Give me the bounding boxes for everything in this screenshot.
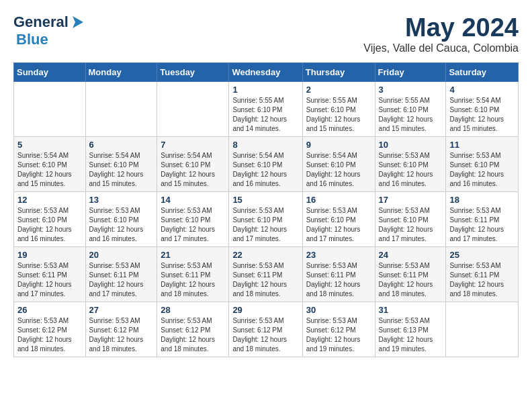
calendar-cell: 8Sunrise: 5:54 AMSunset: 6:10 PMDaylight… [229,137,302,192]
calendar-cell: 29Sunrise: 5:53 AMSunset: 6:12 PMDayligh… [229,302,302,357]
cell-info: Sunrise: 5:53 AMSunset: 6:11 PMDaylight:… [379,261,443,299]
calendar-cell: 6Sunrise: 5:54 AMSunset: 6:10 PMDaylight… [85,137,157,192]
calendar-cell: 2Sunrise: 5:55 AMSunset: 6:10 PMDaylight… [302,82,375,137]
cell-info: Sunrise: 5:53 AMSunset: 6:11 PMDaylight:… [306,261,371,299]
cell-info: Sunrise: 5:53 AMSunset: 6:10 PMDaylight:… [379,206,443,244]
cell-info: Sunrise: 5:53 AMSunset: 6:12 PMDaylight:… [232,316,298,354]
cell-info: Sunrise: 5:55 AMSunset: 6:10 PMDaylight:… [379,96,443,134]
cell-info: Sunrise: 5:53 AMSunset: 6:11 PMDaylight:… [17,261,82,299]
day-number: 16 [306,195,371,205]
calendar-cell [446,302,519,357]
day-number: 28 [161,305,225,315]
calendar-cell: 13Sunrise: 5:53 AMSunset: 6:10 PMDayligh… [85,192,157,247]
svg-marker-0 [73,16,83,28]
day-number: 30 [306,305,371,315]
logo-arrow-icon [69,15,86,30]
weekday-header-monday: Monday [85,63,157,82]
calendar-cell: 26Sunrise: 5:53 AMSunset: 6:12 PMDayligh… [14,302,86,357]
cell-info: Sunrise: 5:53 AMSunset: 6:13 PMDaylight:… [379,316,443,354]
cell-info: Sunrise: 5:53 AMSunset: 6:10 PMDaylight:… [89,206,154,244]
calendar-cell: 19Sunrise: 5:53 AMSunset: 6:11 PMDayligh… [14,247,86,302]
calendar-cell: 15Sunrise: 5:53 AMSunset: 6:10 PMDayligh… [229,192,302,247]
calendar-cell: 17Sunrise: 5:53 AMSunset: 6:10 PMDayligh… [375,192,446,247]
cell-info: Sunrise: 5:53 AMSunset: 6:12 PMDaylight:… [89,316,154,354]
cell-info: Sunrise: 5:54 AMSunset: 6:10 PMDaylight:… [89,151,154,189]
calendar-cell: 28Sunrise: 5:53 AMSunset: 6:12 PMDayligh… [157,302,229,357]
cell-info: Sunrise: 5:54 AMSunset: 6:10 PMDaylight:… [232,151,298,189]
calendar-cell: 18Sunrise: 5:53 AMSunset: 6:11 PMDayligh… [446,192,519,247]
calendar-cell: 11Sunrise: 5:53 AMSunset: 6:10 PMDayligh… [446,137,519,192]
calendar-cell: 7Sunrise: 5:54 AMSunset: 6:10 PMDaylight… [157,137,229,192]
calendar-table: SundayMondayTuesdayWednesdayThursdayFrid… [13,62,519,357]
day-number: 3 [379,85,443,95]
cell-info: Sunrise: 5:54 AMSunset: 6:10 PMDaylight:… [17,151,82,189]
day-number: 5 [17,140,82,150]
calendar-cell: 4Sunrise: 5:54 AMSunset: 6:10 PMDaylight… [446,82,519,137]
weekday-header-saturday: Saturday [446,63,519,82]
calendar-cell: 30Sunrise: 5:53 AMSunset: 6:12 PMDayligh… [302,302,375,357]
calendar-cell: 14Sunrise: 5:53 AMSunset: 6:10 PMDayligh… [157,192,229,247]
day-number: 14 [161,195,225,205]
day-number: 17 [379,195,443,205]
calendar-week-2: 5Sunrise: 5:54 AMSunset: 6:10 PMDaylight… [14,137,519,192]
day-number: 20 [89,250,154,260]
weekday-header-wednesday: Wednesday [229,63,302,82]
day-number: 2 [306,85,371,95]
calendar-cell: 24Sunrise: 5:53 AMSunset: 6:11 PMDayligh… [375,247,446,302]
calendar-cell: 12Sunrise: 5:53 AMSunset: 6:10 PMDayligh… [14,192,86,247]
day-number: 13 [89,195,154,205]
day-number: 24 [379,250,443,260]
cell-info: Sunrise: 5:53 AMSunset: 6:10 PMDaylight:… [449,151,515,189]
day-number: 10 [379,140,443,150]
calendar-cell: 23Sunrise: 5:53 AMSunset: 6:11 PMDayligh… [302,247,375,302]
logo-blue-text: Blue [16,31,48,48]
cell-info: Sunrise: 5:53 AMSunset: 6:10 PMDaylight:… [379,151,443,189]
cell-info: Sunrise: 5:53 AMSunset: 6:10 PMDaylight:… [306,206,371,244]
cell-info: Sunrise: 5:53 AMSunset: 6:11 PMDaylight:… [449,206,515,244]
calendar-cell: 25Sunrise: 5:53 AMSunset: 6:11 PMDayligh… [446,247,519,302]
day-number: 25 [449,250,515,260]
day-number: 31 [379,305,443,315]
cell-info: Sunrise: 5:54 AMSunset: 6:10 PMDaylight:… [449,96,515,134]
calendar-cell: 20Sunrise: 5:53 AMSunset: 6:11 PMDayligh… [85,247,157,302]
weekday-header-sunday: Sunday [14,63,86,82]
cell-info: Sunrise: 5:53 AMSunset: 6:11 PMDaylight:… [449,261,515,299]
calendar-cell: 9Sunrise: 5:54 AMSunset: 6:10 PMDaylight… [302,137,375,192]
day-number: 18 [449,195,515,205]
day-number: 21 [161,250,225,260]
calendar-header: SundayMondayTuesdayWednesdayThursdayFrid… [14,63,519,82]
cell-info: Sunrise: 5:53 AMSunset: 6:12 PMDaylight:… [161,316,225,354]
day-number: 9 [306,140,371,150]
month-title: May 2024 [363,13,519,42]
calendar-cell [85,82,157,137]
day-number: 23 [306,250,371,260]
calendar-week-1: 1Sunrise: 5:55 AMSunset: 6:10 PMDaylight… [14,82,519,137]
calendar-cell: 16Sunrise: 5:53 AMSunset: 6:10 PMDayligh… [302,192,375,247]
weekday-header-tuesday: Tuesday [157,63,229,82]
day-number: 15 [232,195,298,205]
cell-info: Sunrise: 5:53 AMSunset: 6:12 PMDaylight:… [17,316,82,354]
calendar-cell [157,82,229,137]
cell-info: Sunrise: 5:53 AMSunset: 6:10 PMDaylight:… [161,206,225,244]
weekday-header-row: SundayMondayTuesdayWednesdayThursdayFrid… [14,63,519,82]
weekday-header-friday: Friday [375,63,446,82]
cell-info: Sunrise: 5:53 AMSunset: 6:10 PMDaylight:… [232,206,298,244]
calendar-week-4: 19Sunrise: 5:53 AMSunset: 6:11 PMDayligh… [14,247,519,302]
calendar-cell: 27Sunrise: 5:53 AMSunset: 6:12 PMDayligh… [85,302,157,357]
cell-info: Sunrise: 5:53 AMSunset: 6:11 PMDaylight:… [89,261,154,299]
location-title: Vijes, Valle del Cauca, Colombia [363,42,519,54]
day-number: 27 [89,305,154,315]
day-number: 26 [17,305,82,315]
day-number: 6 [89,140,154,150]
calendar-cell: 5Sunrise: 5:54 AMSunset: 6:10 PMDaylight… [14,137,86,192]
logo-general-text: General [13,13,69,31]
cell-info: Sunrise: 5:53 AMSunset: 6:10 PMDaylight:… [17,206,82,244]
cell-info: Sunrise: 5:55 AMSunset: 6:10 PMDaylight:… [232,96,298,134]
calendar-cell: 22Sunrise: 5:53 AMSunset: 6:11 PMDayligh… [229,247,302,302]
day-number: 19 [17,250,82,260]
cell-info: Sunrise: 5:54 AMSunset: 6:10 PMDaylight:… [161,151,225,189]
calendar-cell: 1Sunrise: 5:55 AMSunset: 6:10 PMDaylight… [229,82,302,137]
cell-info: Sunrise: 5:53 AMSunset: 6:12 PMDaylight:… [306,316,371,354]
weekday-header-thursday: Thursday [302,63,375,82]
day-number: 29 [232,305,298,315]
